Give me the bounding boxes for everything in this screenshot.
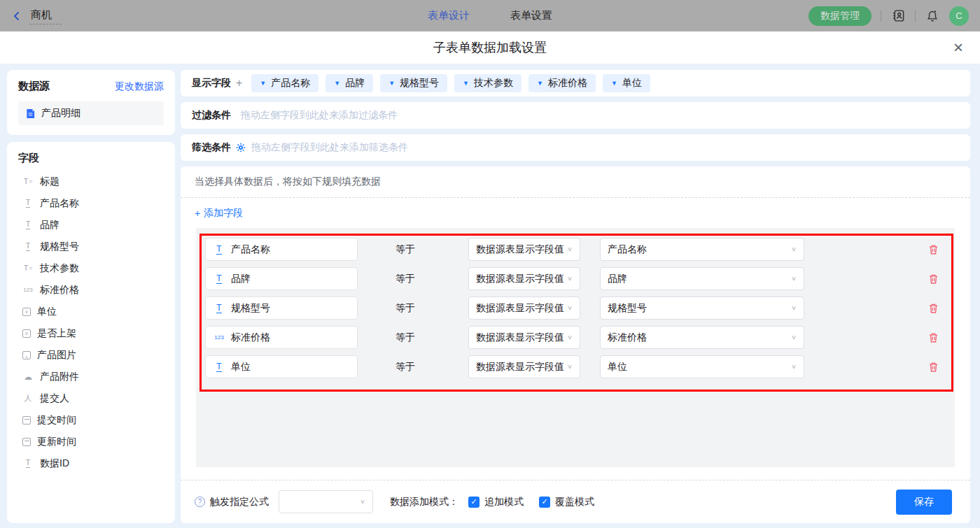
sidebar-field-item[interactable]: 规格型号 [18, 236, 164, 257]
screening-conditions-label: 筛选条件 [192, 141, 231, 154]
number-field-icon [22, 287, 34, 293]
display-field-tag[interactable]: ▼产品名称 [251, 74, 318, 92]
sidebar-field-item[interactable]: 标准价格 [18, 279, 164, 301]
display-field-tag[interactable]: ▼规格型号 [380, 74, 447, 92]
display-field-tag[interactable]: ▼单位 [603, 74, 650, 92]
screening-conditions-panel[interactable]: 筛选条件 拖动左侧字段到此处来添加筛选条件 [181, 134, 970, 161]
formula-select[interactable]: ∨ [279, 490, 373, 513]
rule-field-input[interactable]: 产品名称 [205, 238, 358, 261]
display-field-tag[interactable]: ▼标准价格 [528, 74, 596, 92]
add-field-label: 添加字段 [204, 207, 243, 220]
sidebar-field-item[interactable]: 单位 [18, 301, 164, 322]
display-fields-panel: 显示字段 + ▼产品名称▼品牌▼规格型号▼技术参数▼标准价格▼单位 [181, 70, 970, 97]
checkbox-checked-icon: ✓ [468, 497, 479, 508]
main-column: 显示字段 + ▼产品名称▼品牌▼规格型号▼技术参数▼标准价格▼单位 过滤条件 拖… [181, 70, 970, 523]
caret-down-icon: ▼ [388, 80, 395, 87]
display-field-tag[interactable]: ▼品牌 [326, 74, 373, 92]
rule-source-value: 数据源表显示字段值 [476, 361, 564, 373]
rule-operator: 等于 [396, 273, 419, 285]
fill-rules-hint: 当选择具体数据后，将按如下规则填充数据 [181, 166, 970, 198]
gear-icon[interactable] [236, 143, 246, 152]
rule-target-select[interactable]: 产品名称∨ [600, 238, 804, 261]
sidebar-field-item[interactable]: 是否上架 [18, 322, 164, 344]
form-name: 商机 [29, 7, 62, 24]
rule-source-select[interactable]: 数据源表显示字段值∨ [468, 355, 580, 378]
user-avatar[interactable]: C [949, 6, 969, 26]
text-field-icon [22, 199, 34, 208]
data-manage-button[interactable]: 数据管理 [808, 6, 872, 26]
rule-source-select[interactable]: 数据源表显示字段值∨ [468, 267, 580, 290]
delete-rule-trash-icon[interactable] [928, 244, 939, 255]
rule-source-select[interactable]: 数据源表显示字段值∨ [468, 238, 580, 261]
fill-rules-panel: 当选择具体数据后，将按如下规则填充数据 + 添加字段 产品名称等于数据源表显示字… [181, 166, 970, 523]
add-display-field-icon[interactable]: + [236, 77, 242, 90]
back-button[interactable]: 商机 [11, 7, 62, 24]
date-field-icon [22, 438, 31, 446]
contacts-book-icon[interactable] [890, 8, 906, 24]
caret-down-icon: ▼ [463, 80, 469, 87]
document-icon [25, 108, 36, 119]
chevron-down-icon: ∨ [791, 363, 797, 370]
display-field-tag[interactable]: ▼技术参数 [454, 74, 522, 92]
delete-rule-trash-icon[interactable] [928, 273, 939, 285]
sidebar-field-item[interactable]: 标题 [18, 171, 164, 192]
divider [915, 10, 916, 22]
tab-form-design[interactable]: 表单设计 [428, 9, 470, 22]
close-icon[interactable]: × [953, 39, 963, 56]
sidebar-field-item[interactable]: 产品图片 [18, 344, 164, 366]
sidebar-field-item[interactable]: 产品附件 [18, 366, 164, 387]
tag-label: 技术参数 [474, 77, 513, 90]
rule-field-input[interactable]: 标准价格 [205, 326, 358, 349]
delete-rule-trash-icon[interactable] [928, 303, 939, 314]
text-field-icon [214, 362, 225, 372]
sidebar-field-item[interactable]: 提交时间 [18, 409, 164, 431]
field-list: 标题产品名称品牌规格型号技术参数标准价格单位是否上架产品图片产品附件提交人提交时… [18, 171, 164, 474]
field-label: 数据ID [40, 457, 69, 470]
caret-down-icon: ▼ [611, 80, 617, 87]
rule-target-select[interactable]: 规格型号∨ [600, 297, 804, 320]
change-datasource-link[interactable]: 更改数据源 [115, 80, 164, 93]
sidebar-field-item[interactable]: 数据ID [18, 452, 164, 474]
rule-row: 产品名称等于数据源表显示字段值∨产品名称∨ [205, 238, 946, 261]
date-field-icon [22, 416, 31, 424]
modal-body: 数据源 更改数据源 产品明细 字段 标题产品名称品牌规格型号技术参数标准价格单位… [0, 64, 980, 528]
top-nav-bar: 商机 表单设计 表单设置 数据管理 [0, 0, 980, 31]
datasource-item[interactable]: 产品明细 [18, 101, 164, 125]
checkbox-checked-icon: ✓ [539, 497, 550, 508]
rule-field-input[interactable]: 单位 [205, 355, 358, 378]
rule-target-select[interactable]: 标准价格∨ [600, 326, 804, 349]
user-field-icon [22, 394, 34, 402]
sidebar-field-item[interactable]: 产品名称 [18, 192, 164, 214]
help-icon[interactable]: ? [195, 497, 205, 507]
add-field-button[interactable]: + 添加字段 [181, 198, 970, 228]
textarea-field-icon [22, 178, 34, 185]
rule-source-select[interactable]: 数据源表显示字段值∨ [468, 297, 580, 320]
bell-icon[interactable] [925, 8, 940, 24]
rule-target-select[interactable]: 单位∨ [600, 355, 804, 378]
delete-rule-trash-icon[interactable] [928, 332, 939, 343]
filter-conditions-label: 过滤条件 [192, 109, 231, 122]
sidebar-field-item[interactable]: 品牌 [18, 214, 164, 236]
upload-field-icon [22, 373, 34, 381]
delete-rule-trash-icon[interactable] [928, 362, 939, 373]
sidebar-field-item[interactable]: 技术参数 [18, 257, 164, 279]
rules-zone: 产品名称等于数据源表显示字段值∨产品名称∨品牌等于数据源表显示字段值∨品牌∨规格… [196, 228, 955, 467]
sidebar-field-item[interactable]: 提交人 [18, 387, 164, 409]
rule-row: 单位等于数据源表显示字段值∨单位∨ [205, 355, 946, 378]
trigger-formula-label: 触发指定公式 [210, 496, 269, 508]
tag-label: 品牌 [345, 77, 365, 90]
rule-source-select[interactable]: 数据源表显示字段值∨ [468, 326, 580, 349]
field-label: 产品附件 [40, 371, 79, 383]
overwrite-mode-checkbox[interactable]: ✓ 覆盖模式 [539, 496, 594, 508]
rule-target-select[interactable]: 品牌∨ [600, 267, 804, 290]
append-mode-checkbox[interactable]: ✓ 追加模式 [468, 496, 524, 508]
tag-label: 产品名称 [271, 77, 310, 90]
save-button[interactable]: 保存 [896, 490, 952, 515]
tab-form-settings[interactable]: 表单设置 [510, 9, 552, 22]
tag-label: 规格型号 [400, 77, 439, 90]
rule-field-input[interactable]: 规格型号 [205, 297, 358, 320]
sidebar-field-item[interactable]: 更新时间 [18, 431, 164, 452]
datasource-title: 数据源 [18, 80, 50, 93]
filter-conditions-panel[interactable]: 过滤条件 拖动左侧字段到此处来添加过滤条件 [181, 102, 970, 129]
rule-field-input[interactable]: 品牌 [205, 267, 358, 290]
